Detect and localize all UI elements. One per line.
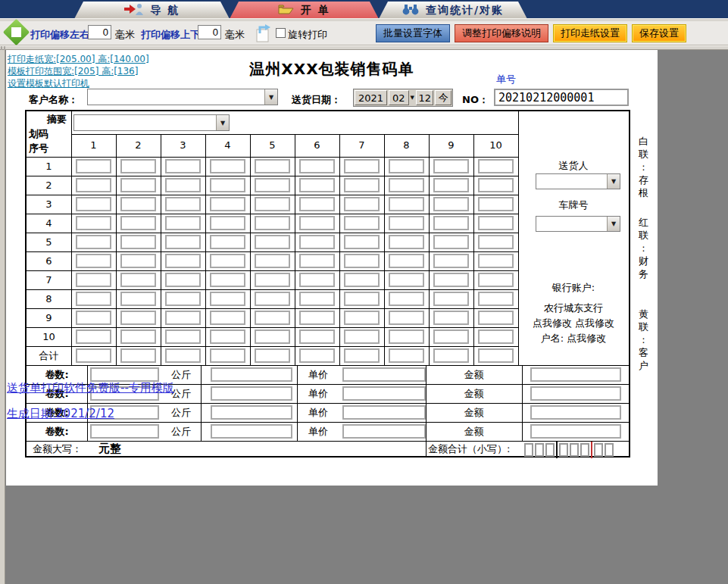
grid-cell-input[interactable] <box>344 348 380 363</box>
grid-cell-input[interactable] <box>165 235 201 249</box>
grid-cell-input[interactable] <box>433 329 469 344</box>
grid-cell-input[interactable] <box>299 273 335 287</box>
grid-cell-input[interactable] <box>478 235 514 249</box>
grid-cell-input[interactable] <box>165 273 201 287</box>
bank-edit-links[interactable]: 点我修改 点我修改 <box>518 317 629 330</box>
grid-cell-input[interactable] <box>478 254 514 268</box>
grid-cell-input[interactable] <box>76 159 111 173</box>
grid-cell-input[interactable] <box>299 159 335 173</box>
default-printer-link[interactable]: 设置模板默认打印机 <box>8 77 89 90</box>
grid-cell-input[interactable] <box>433 216 469 230</box>
grid-cell-input[interactable] <box>210 254 245 268</box>
date-day-button[interactable]: 12 <box>416 90 434 105</box>
grid-cell-input[interactable] <box>299 235 335 249</box>
save-settings-button[interactable]: 保存设置 <box>632 24 686 42</box>
grid-cell-input[interactable] <box>344 329 380 344</box>
grid-cell-input[interactable] <box>478 348 514 363</box>
customer-combobox[interactable]: ▼ <box>87 89 278 105</box>
amount-digit-cell[interactable] <box>559 443 568 457</box>
grid-cell-input[interactable] <box>210 329 245 344</box>
kg-input[interactable] <box>211 405 292 420</box>
grid-cell-input[interactable] <box>210 292 245 306</box>
grid-cell-input[interactable] <box>120 311 156 325</box>
grid-cell-input[interactable] <box>433 254 469 268</box>
amount-digit-cell[interactable] <box>545 443 555 457</box>
grid-cell-input[interactable] <box>76 197 111 211</box>
grid-cell-input[interactable] <box>120 348 156 363</box>
date-dropdown-icon[interactable]: ▼ <box>411 95 414 101</box>
grid-cell-input[interactable] <box>478 292 514 306</box>
grid-cell-input[interactable] <box>299 348 335 363</box>
grid-cell-input[interactable] <box>76 178 111 192</box>
amount-digit-cell[interactable] <box>580 443 589 457</box>
account-name-link[interactable]: 户名: 点我修改 <box>518 332 629 345</box>
grid-cell-input[interactable] <box>344 273 380 287</box>
grid-cell-input[interactable] <box>210 197 245 211</box>
date-year-button[interactable]: 2021 <box>355 90 387 105</box>
software-watermark-link[interactable]: 送货单打印软件免费版--专用模版 <box>7 381 174 395</box>
grid-cell-input[interactable] <box>255 273 290 287</box>
grid-cell-input[interactable] <box>389 273 424 287</box>
grid-cell-input[interactable] <box>389 159 424 173</box>
grid-cell-input[interactable] <box>299 311 335 325</box>
grid-cell-input[interactable] <box>76 292 111 306</box>
grid-cell-input[interactable] <box>389 254 424 268</box>
grid-cell-input[interactable] <box>344 292 380 306</box>
grid-cell-input[interactable] <box>344 311 380 325</box>
grid-cell-input[interactable] <box>389 178 424 192</box>
amount-digit-cell[interactable] <box>594 443 603 457</box>
grid-cell-input[interactable] <box>433 348 469 363</box>
batch-font-button[interactable]: 批量设置字体 <box>376 24 450 42</box>
grid-cell-input[interactable] <box>478 311 514 325</box>
chevron-down-icon[interactable]: ▼ <box>216 115 229 130</box>
grid-cell-input[interactable] <box>255 292 290 306</box>
grid-cell-input[interactable] <box>76 348 111 363</box>
chevron-down-icon[interactable]: ▼ <box>607 174 620 189</box>
grid-cell-input[interactable] <box>344 197 380 211</box>
grid-cell-input[interactable] <box>165 159 201 173</box>
grid-cell-input[interactable] <box>210 178 245 192</box>
grid-cell-input[interactable] <box>120 178 156 192</box>
grid-cell-input[interactable] <box>389 348 424 363</box>
grid-cell-input[interactable] <box>433 159 469 173</box>
unit-price-input[interactable] <box>342 386 426 401</box>
tab-navigation[interactable]: 导 航 <box>74 2 230 19</box>
kg-input[interactable] <box>211 424 292 439</box>
grid-cell-input[interactable] <box>389 235 424 249</box>
grid-cell-input[interactable] <box>255 329 290 344</box>
grid-cell-input[interactable] <box>255 159 290 173</box>
grid-cell-input[interactable] <box>210 348 245 363</box>
grid-cell-input[interactable] <box>165 329 201 344</box>
grid-cell-input[interactable] <box>210 273 245 287</box>
adjust-offset-help-button[interactable]: 调整打印偏移说明 <box>455 24 548 42</box>
grid-cell-input[interactable] <box>344 216 380 230</box>
grid-cell-input[interactable] <box>76 329 111 344</box>
grid-cell-input[interactable] <box>255 197 290 211</box>
order-no-input[interactable] <box>494 89 629 106</box>
grid-cell-input[interactable] <box>344 254 380 268</box>
grid-cell-input[interactable] <box>299 216 335 230</box>
grid-cell-input[interactable] <box>255 178 290 192</box>
grid-cell-input[interactable] <box>389 216 424 230</box>
unit-price-input[interactable] <box>342 424 426 439</box>
grid-cell-input[interactable] <box>76 273 111 287</box>
grid-cell-input[interactable] <box>255 254 290 268</box>
grid-cell-input[interactable] <box>165 254 201 268</box>
roll-count-input[interactable] <box>90 367 159 382</box>
template-range-link[interactable]: 模板打印范围宽:[205] 高:[136] <box>8 65 138 78</box>
grid-cell-input[interactable] <box>478 178 514 192</box>
grid-cell-input[interactable] <box>210 311 245 325</box>
grid-cell-input[interactable] <box>433 178 469 192</box>
grid-cell-input[interactable] <box>165 311 201 325</box>
grid-cell-input[interactable] <box>120 159 156 173</box>
amount-digit-cell[interactable] <box>535 443 544 457</box>
grid-cell-input[interactable] <box>478 197 514 211</box>
grid-cell-input[interactable] <box>433 235 469 249</box>
kg-input[interactable] <box>211 386 292 401</box>
grid-cell-input[interactable] <box>299 254 335 268</box>
grid-cell-input[interactable] <box>389 329 424 344</box>
grid-cell-input[interactable] <box>165 197 201 211</box>
amount-input[interactable] <box>530 424 621 439</box>
offset-ud-input[interactable] <box>198 25 221 39</box>
amount-digit-cell[interactable] <box>570 443 579 457</box>
